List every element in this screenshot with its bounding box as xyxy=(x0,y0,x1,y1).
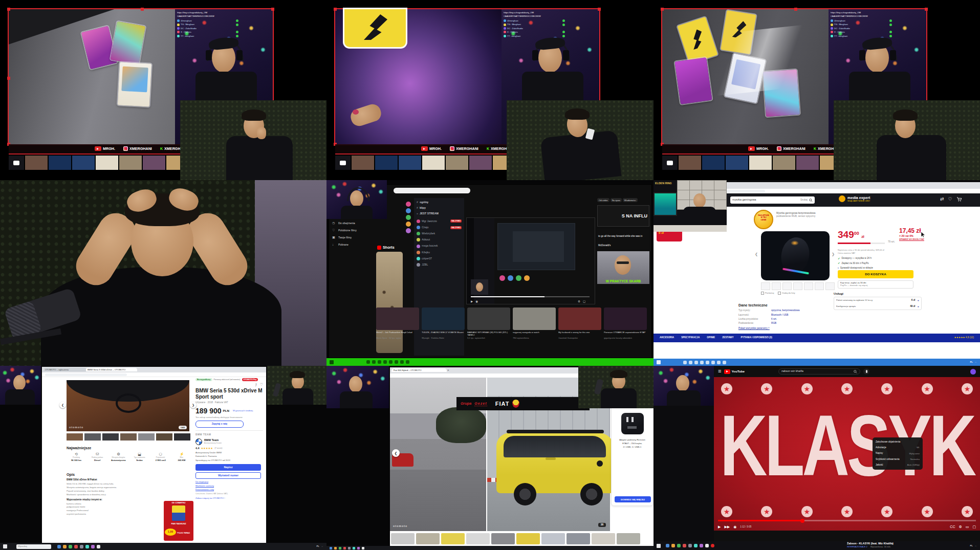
image-thumb[interactable] xyxy=(815,282,824,290)
discord-user-row[interactable]: Kifejku NA ŻYWO xyxy=(414,249,464,255)
sidebar-item[interactable]: ▣ Twoje filmy xyxy=(330,234,374,241)
taskbar-app-icon[interactable] xyxy=(711,361,715,364)
suggested-video[interactable]: Pierwsze OTWARCIE zapowiedziane ETAP gig… xyxy=(604,307,647,339)
taskbar-app-icon[interactable] xyxy=(74,545,78,548)
photo-thumb[interactable] xyxy=(102,433,119,441)
avatar[interactable] xyxy=(446,156,468,170)
crop-handle[interactable] xyxy=(7,8,10,11)
photo-thumb[interactable] xyxy=(174,433,190,441)
listing-link[interactable]: Finansowanie i raty xyxy=(195,488,263,491)
suggested-video[interactable]: Metin2 – Jak Pozbawiłem Rząd Celad Metin… xyxy=(376,307,419,339)
availability-row[interactable]: › Sprawdź dostępność w sklepie xyxy=(838,266,925,270)
shorts-caption-box[interactable]: to go all the way forward while she was … xyxy=(597,229,649,249)
filter-chip[interactable]: Na żywo xyxy=(611,198,622,202)
taskbar-app-icon[interactable] xyxy=(395,360,398,364)
start-icon[interactable] xyxy=(3,544,7,548)
tech-specs-link[interactable]: Pokaż wszystkie parametry ˅ xyxy=(738,327,825,330)
avatar[interactable] xyxy=(773,156,795,170)
crop-handle[interactable] xyxy=(7,77,10,80)
gallery-thumb[interactable] xyxy=(567,533,590,544)
wishlist-checkbox[interactable]: Dodaj do listy xyxy=(778,292,795,295)
share-icon[interactable]: ⤴ xyxy=(255,383,257,387)
taskbar-app-icon[interactable] xyxy=(700,361,704,364)
listing-link[interactable]: Do negocjacji xyxy=(195,480,263,483)
subscription-avatar[interactable] xyxy=(406,202,411,207)
sidebar-item[interactable]: ♡ Polubione filmy xyxy=(330,227,374,234)
video-player[interactable]: ▶ ◉ ⚙ ▢ xyxy=(466,217,595,304)
cart-icon[interactable] xyxy=(956,197,962,202)
taskbar-app-icon[interactable] xyxy=(689,361,692,364)
taskbar-app-icon[interactable] xyxy=(700,544,703,547)
suggested-video[interactable]: MARIANO WTORNIAK (W) POLSKI (ŚTL) TANELI… xyxy=(467,307,510,339)
gallery-thumb[interactable] xyxy=(416,533,440,544)
taskbar-app-icon[interactable] xyxy=(366,360,370,364)
youtube-search[interactable]: zabson wiz khalifa xyxy=(778,368,860,375)
avatar[interactable] xyxy=(422,156,445,170)
ad-banner[interactable]: OD CZWARTKU PAN TADEUSZ 1,99 TYLKO TERAZ xyxy=(164,501,193,541)
taskbar-app-icon[interactable] xyxy=(330,547,332,549)
avatar[interactable] xyxy=(49,156,71,170)
taskbar-app-icon[interactable] xyxy=(334,547,337,549)
image-thumb[interactable] xyxy=(804,282,813,290)
settings-icon[interactable]: ⚙ xyxy=(578,300,580,303)
tray-chevron-icon[interactable]: ︿ xyxy=(975,544,977,547)
player-control-icon[interactable]: ▶ xyxy=(718,525,721,529)
taskbar-app-icon[interactable] xyxy=(683,544,686,547)
taskbar-app-icon[interactable] xyxy=(80,545,83,548)
taskbar-app-icon[interactable] xyxy=(723,361,726,364)
taskbar-app-icon[interactable] xyxy=(97,545,100,548)
taskbar-app-icon[interactable] xyxy=(694,361,698,364)
filter-chip[interactable]: Wiadomości xyxy=(623,198,638,202)
tray-chevron-icon[interactable]: ︿ xyxy=(975,361,977,363)
avatar[interactable] xyxy=(352,156,374,170)
gallery-thumb[interactable] xyxy=(617,533,640,544)
nav-band-item[interactable]: AKCESORIA xyxy=(660,336,674,339)
start-icon[interactable] xyxy=(330,360,334,364)
avatar[interactable] xyxy=(143,156,165,170)
settings-menu-row[interactable]: Szybkość odtwarzania Normalna xyxy=(873,456,923,462)
discord-channel[interactable]: # klipy xyxy=(414,205,464,211)
discord-user-row[interactable]: Czaju NA ŻYWO xyxy=(414,225,464,231)
taskbar-app-icon[interactable] xyxy=(406,360,409,364)
crop-handle[interactable] xyxy=(598,8,601,11)
avatar[interactable] xyxy=(72,156,95,170)
video-player[interactable]: ★★★★★★★ KLASYK ★★★★★★★ Zakulisowe objaśn… xyxy=(714,377,980,531)
gallery-thumb[interactable] xyxy=(516,533,540,544)
store-search-button[interactable]: Szukaj xyxy=(800,199,808,202)
image-thumb[interactable] xyxy=(825,282,835,290)
taskbar-app-icon[interactable] xyxy=(69,545,72,548)
taskbar-search[interactable]: Wyszukaj xyxy=(16,544,51,549)
wishlist-icon[interactable]: ♡ xyxy=(948,196,952,202)
taskbar-app-icon[interactable] xyxy=(683,361,687,364)
discord-user-row[interactable]: Wielorybek NA ŻYWO xyxy=(414,231,464,237)
chat-bubble-tile[interactable] xyxy=(9,156,24,170)
taskbar-app-icon[interactable] xyxy=(688,544,692,547)
settings-menu-row[interactable]: Zakulisowe objaśnienia xyxy=(873,439,923,445)
tray-language[interactable]: PL xyxy=(316,545,319,547)
menu-icon[interactable]: ☰ xyxy=(718,369,721,373)
tray-chevron-icon[interactable]: ︿ xyxy=(321,545,323,547)
progress-bar[interactable] xyxy=(471,296,590,297)
service-row[interactable]: Konfiguracja sprzętu 49 zł + xyxy=(834,303,921,310)
volume-icon[interactable]: ◉ xyxy=(475,300,478,303)
taskbar-app-icon[interactable] xyxy=(666,544,669,547)
favorite-icon[interactable]: ♡ xyxy=(260,383,263,387)
gallery-prev-button[interactable]: ❮ xyxy=(392,449,400,457)
search-input[interactable] xyxy=(394,188,470,193)
subscription-avatar[interactable] xyxy=(406,208,411,213)
taskbar[interactable]: Żabson - KLASYK (feat. Wiz Khalifa) INTE… xyxy=(654,541,980,550)
new-tab-icon[interactable]: + xyxy=(447,368,449,372)
image-thumb[interactable] xyxy=(772,282,781,290)
progress-scrubber[interactable] xyxy=(800,519,804,523)
add-to-cart-button[interactable]: DO KOSZYKA xyxy=(838,270,913,278)
suggested-thumb-guy[interactable]: W PRAKTYCE SKARB xyxy=(597,251,649,284)
store-search[interactable]: myszka gamingowa Szukaj xyxy=(730,196,815,204)
discord-channel[interactable]: # ogólny xyxy=(414,200,464,205)
taskbar-app-icon[interactable] xyxy=(63,545,67,548)
avatar[interactable] xyxy=(399,156,421,170)
nav-band-item[interactable]: SPECYFIKACJA xyxy=(681,336,700,339)
gallery-prev-button[interactable]: ❮ xyxy=(59,402,66,408)
taskbar-app-icon[interactable] xyxy=(383,360,387,364)
chat-bubble-tile[interactable] xyxy=(335,156,351,170)
taskbar-app-icon[interactable] xyxy=(389,360,393,364)
